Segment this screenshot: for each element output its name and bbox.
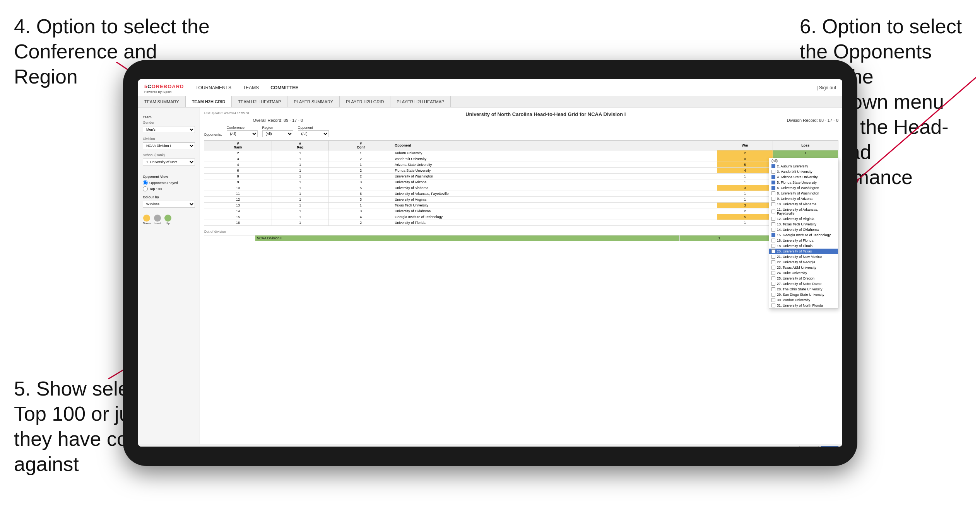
opponent-checkbox	[771, 276, 775, 280]
opponent-dropdown-item[interactable]: 22. University of Georgia	[769, 259, 838, 265]
cell-opponent: Vanderbilt University	[393, 156, 717, 162]
cell-conf: 2	[328, 220, 393, 226]
opponent-dropdown-item[interactable]: 29. San Diego State University	[769, 292, 838, 297]
toolbar-clock[interactable]: 🕐	[170, 447, 176, 447]
opponent-dropdown-item[interactable]: 25. University of Oregon	[769, 276, 838, 281]
opponent-checkbox	[771, 175, 775, 179]
toolbar: ↩ ↪ ◁ ⧉ ⟳ 🕐 View: Original Cancel Apply	[138, 444, 842, 447]
colour-select[interactable]: Win/loss	[143, 201, 195, 208]
opponent-dropdown-item[interactable]: 21. University of New Mexico	[769, 254, 838, 259]
cell-win: 1	[717, 174, 773, 179]
opponent-dropdown-item[interactable]: 9. University of Arizona	[769, 196, 838, 201]
subnav-team-h2h-grid[interactable]: TEAM H2H GRID	[186, 96, 232, 107]
opponent-dropdown-item[interactable]: 13. Texas Tech University	[769, 222, 838, 227]
logo-sub: Powered by iSport	[144, 90, 184, 94]
opponent-checkbox	[771, 271, 775, 275]
cell-conf: 4	[328, 214, 393, 220]
cell-conf: 1	[328, 203, 393, 208]
opponent-dropdown-item[interactable]: 27. University of Notre Dame	[769, 281, 838, 287]
cell-opponent: Georgia Institute of Technology	[393, 214, 717, 220]
right-content: Last Updated: 4/7/2024 16:55:38 Universi…	[200, 107, 842, 444]
school-label: School (Rank)	[143, 153, 195, 157]
apply-button[interactable]: Apply	[821, 446, 838, 447]
nav-committee[interactable]: COMMITTEE	[270, 84, 298, 92]
opponent-dropdown: (All)2. Auburn University3. Vanderbilt U…	[769, 158, 838, 309]
opponent-dropdown-item[interactable]: 20. University of Texas	[769, 249, 838, 254]
opponent-dropdown-item[interactable]: 10. University of Alabama	[769, 201, 838, 207]
opponent-dropdown-item[interactable]: 30. Purdue University	[769, 297, 838, 303]
opponent-item-label: 14. University of Oklahoma	[777, 228, 819, 232]
subnav-player-h2h-grid[interactable]: PLAYER H2H GRID	[340, 96, 390, 107]
opponent-checkbox	[771, 202, 775, 206]
opponent-dropdown-item[interactable]: 18. University of Illinois	[769, 243, 838, 249]
table-row: 8 1 2 University of Washington 1 0	[204, 174, 838, 179]
team-label: Team	[143, 115, 195, 119]
logo: 5COREBOARD Powered by iSport	[144, 82, 184, 94]
opponent-item-label: 15. Georgia Institute of Technology	[777, 233, 831, 237]
main-content: Team Gender Men's Division NCAA Division…	[138, 107, 842, 444]
cell-win: 4	[717, 168, 773, 174]
table-row: 10 1 5 University of Alabama 3 0	[204, 185, 838, 191]
opponent-dropdown-item[interactable]: 15. Georgia Institute of Technology	[769, 232, 838, 238]
cell-conf: 2	[328, 174, 393, 179]
subnav-team-summary[interactable]: TEAM SUMMARY	[138, 96, 186, 107]
opponent-dropdown-item[interactable]: 8. University of Washington	[769, 191, 838, 196]
subnav-player-summary[interactable]: PLAYER SUMMARY	[287, 96, 340, 107]
col-reg: #Reg	[272, 141, 328, 150]
opponents-played-option[interactable]: Opponents Played	[143, 180, 195, 185]
legend-up	[164, 215, 171, 222]
opponent-item-label: 31. University of North Florida	[777, 304, 823, 307]
opponent-select[interactable]: (All)	[298, 130, 329, 137]
opponent-dropdown-item[interactable]: 3. Vanderbilt University	[769, 169, 838, 174]
top100-option[interactable]: Top 100	[143, 186, 195, 191]
conference-select[interactable]: (All)	[227, 130, 258, 137]
opponent-dropdown-item[interactable]: 4. Arizona State University	[769, 174, 838, 180]
opponent-dropdown-item[interactable]: 16. University of Florida	[769, 238, 838, 243]
subnav-player-h2h-heatmap[interactable]: PLAYER H2H HEATMAP	[390, 96, 451, 107]
cell-rank: 8	[204, 174, 272, 179]
opponent-dropdown-item[interactable]: 14. University of Oklahoma	[769, 227, 838, 232]
cell-reg: 1	[272, 220, 328, 226]
opponent-checkbox	[771, 222, 775, 226]
table-row: 11 1 6 University of Arkansas, Fayettevi…	[204, 191, 838, 197]
opponent-dropdown-item[interactable]: 11. University of Arkansas, Fayetteville	[769, 207, 838, 216]
cell-conf: 3	[328, 208, 393, 214]
cell-rank: 9	[204, 179, 272, 185]
opponent-dropdown-item[interactable]: (All)	[769, 158, 838, 164]
last-updated: Last Updated: 4/7/2024 16:55:38	[204, 111, 249, 115]
cell-reg: 1	[272, 168, 328, 174]
opponent-item-label: 25. University of Oregon	[777, 276, 814, 280]
toolbar-back[interactable]: ◁	[154, 447, 157, 447]
cell-rank: 3	[204, 156, 272, 162]
opponent-dropdown-item[interactable]: 31. University of North Florida	[769, 303, 838, 308]
nav-tournaments[interactable]: TOURNAMENTS	[195, 84, 231, 92]
cell-opponent: Arizona State University	[393, 162, 717, 168]
opponent-dropdown-item[interactable]: 2. Auburn University	[769, 164, 838, 169]
cell-conf: 3	[328, 197, 393, 203]
col-loss: Loss	[773, 141, 838, 150]
toolbar-redo[interactable]: ↪	[148, 447, 151, 447]
division-select[interactable]: NCAA Division I	[143, 142, 195, 149]
opponent-dropdown-item[interactable]: 23. Texas A&M University	[769, 265, 838, 270]
col-conf: #Conf	[328, 141, 393, 150]
cell-reg: 1	[272, 203, 328, 208]
toolbar-refresh[interactable]: ⟳	[164, 447, 168, 447]
opponent-dropdown-item[interactable]: 24. Duke University	[769, 270, 838, 276]
school-select[interactable]: 1. University of Nort...	[143, 159, 195, 165]
gender-select[interactable]: Men's	[143, 126, 195, 133]
opponent-dropdown-item[interactable]: 12. University of Virginia	[769, 216, 838, 222]
opponent-dropdown-item[interactable]: 6. University of Washington	[769, 185, 838, 191]
opponents-label: Opponents:	[204, 133, 222, 137]
opponent-dropdown-item[interactable]: 28. The Ohio State University	[769, 287, 838, 292]
cancel-button[interactable]: Cancel	[799, 446, 819, 447]
toolbar-undo[interactable]: ↩	[142, 447, 145, 447]
subnav-team-h2h-heatmap[interactable]: TEAM H2H HEATMAP	[232, 96, 287, 107]
nav-signout[interactable]: | Sign out	[817, 85, 836, 90]
cell-reg: 1	[272, 156, 328, 162]
table-row: 2 1 1 Auburn University 2 1	[204, 150, 838, 156]
region-select[interactable]: (All)	[262, 130, 293, 137]
opponent-dropdown-item[interactable]: 5. Florida State University	[769, 180, 838, 185]
opponent-item-label: 2. Auburn University	[777, 164, 808, 168]
toolbar-copy[interactable]: ⧉	[159, 447, 162, 447]
nav-teams[interactable]: TEAMS	[243, 84, 259, 92]
